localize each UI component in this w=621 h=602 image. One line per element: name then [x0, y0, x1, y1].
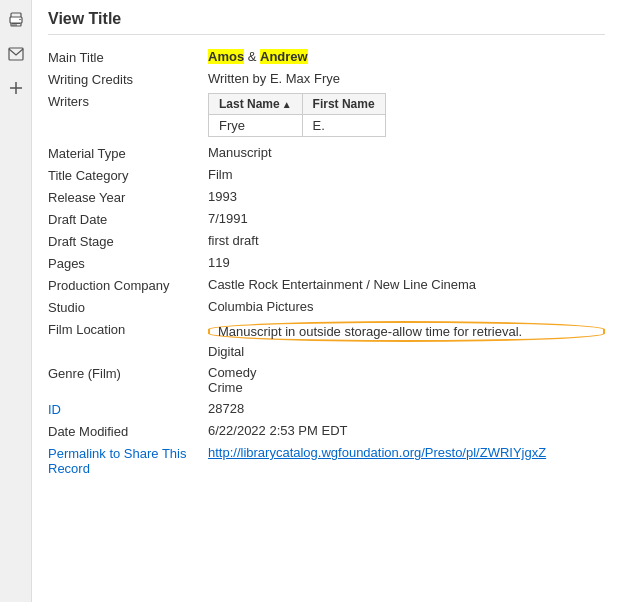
date-modified-value: 6/22/2022 2:53 PM EDT — [208, 423, 605, 438]
main-title-value: Amos & Andrew — [208, 49, 605, 64]
material-type-row: Material Type Manuscript — [48, 145, 605, 161]
release-year-value: 1993 — [208, 189, 605, 204]
writers-label: Writers — [48, 93, 208, 109]
content-area: View Title Main Title Amos & Andrew Writ… — [32, 0, 621, 602]
film-location-digital: Digital — [208, 344, 605, 359]
genre-value: ComedyCrime — [208, 365, 605, 395]
genre-label: Genre (Film) — [48, 365, 208, 381]
add-icon[interactable] — [6, 78, 26, 98]
production-company-label: Production Company — [48, 277, 208, 293]
writers-table-container: Last Name▲ First Name FryeE. — [208, 93, 605, 137]
material-type-value: Manuscript — [208, 145, 605, 160]
left-sidebar — [0, 0, 32, 602]
main-title-label: Main Title — [48, 49, 208, 65]
draft-stage-label: Draft Stage — [48, 233, 208, 249]
writing-credits-value: Written by E. Max Frye — [208, 71, 605, 86]
id-row: ID 28728 — [48, 401, 605, 417]
studio-row: Studio Columbia Pictures — [48, 299, 605, 315]
main-title-row: Main Title Amos & Andrew — [48, 49, 605, 65]
genre-item: Crime — [208, 380, 605, 395]
writers-col-lastname[interactable]: Last Name▲ — [209, 94, 303, 115]
writing-credits-label: Writing Credits — [48, 71, 208, 87]
page-title: View Title — [48, 10, 605, 35]
writing-credits-row: Writing Credits Written by E. Max Frye — [48, 71, 605, 87]
main-title-highlight1: Amos — [208, 49, 244, 64]
film-location-value: Manuscript in outside storage-allow time… — [208, 321, 605, 359]
film-location-row: Film Location Manuscript in outside stor… — [48, 321, 605, 359]
main-title-highlight2: Andrew — [260, 49, 308, 64]
writer-first-name: E. — [302, 115, 385, 137]
svg-point-5 — [19, 19, 21, 21]
release-year-label: Release Year — [48, 189, 208, 205]
draft-stage-row: Draft Stage first draft — [48, 233, 605, 249]
title-category-label: Title Category — [48, 167, 208, 183]
production-company-value: Castle Rock Entertainment / New Line Cin… — [208, 277, 605, 292]
film-location-circled: Manuscript in outside storage-allow time… — [208, 321, 605, 342]
date-modified-row: Date Modified 6/22/2022 2:53 PM EDT — [48, 423, 605, 439]
title-category-value: Film — [208, 167, 605, 182]
draft-date-row: Draft Date 7/1991 — [48, 211, 605, 227]
studio-label: Studio — [48, 299, 208, 315]
permalink-value: http://librarycatalog.wgfoundation.org/P… — [208, 445, 605, 460]
pages-value: 119 — [208, 255, 605, 270]
permalink-link[interactable]: http://librarycatalog.wgfoundation.org/P… — [208, 445, 546, 460]
title-category-row: Title Category Film — [48, 167, 605, 183]
id-label: ID — [48, 401, 208, 417]
svg-rect-4 — [12, 25, 17, 26]
draft-stage-value: first draft — [208, 233, 605, 248]
genre-row: Genre (Film) ComedyCrime — [48, 365, 605, 395]
svg-rect-3 — [12, 23, 20, 24]
id-value: 28728 — [208, 401, 605, 416]
release-year-row: Release Year 1993 — [48, 189, 605, 205]
studio-value: Columbia Pictures — [208, 299, 605, 314]
film-location-label: Film Location — [48, 321, 208, 337]
material-type-label: Material Type — [48, 145, 208, 161]
writers-col-firstname[interactable]: First Name — [302, 94, 385, 115]
email-icon[interactable] — [6, 44, 26, 64]
permalink-row: Permalink to Share This Record http://li… — [48, 445, 605, 476]
pages-label: Pages — [48, 255, 208, 271]
production-company-row: Production Company Castle Rock Entertain… — [48, 277, 605, 293]
pages-row: Pages 119 — [48, 255, 605, 271]
svg-rect-6 — [9, 48, 23, 60]
writers-table: Last Name▲ First Name FryeE. — [208, 93, 386, 137]
writers-row: Writers Last Name▲ First Name — [48, 93, 605, 137]
sort-arrow: ▲ — [282, 99, 292, 110]
main-title-amp: & — [244, 49, 260, 64]
date-modified-label: Date Modified — [48, 423, 208, 439]
draft-date-label: Draft Date — [48, 211, 208, 227]
writer-last-name: Frye — [209, 115, 303, 137]
print-icon[interactable] — [6, 10, 26, 30]
draft-date-value: 7/1991 — [208, 211, 605, 226]
genre-item: Comedy — [208, 365, 605, 380]
permalink-label: Permalink to Share This Record — [48, 445, 208, 476]
table-row: FryeE. — [209, 115, 386, 137]
